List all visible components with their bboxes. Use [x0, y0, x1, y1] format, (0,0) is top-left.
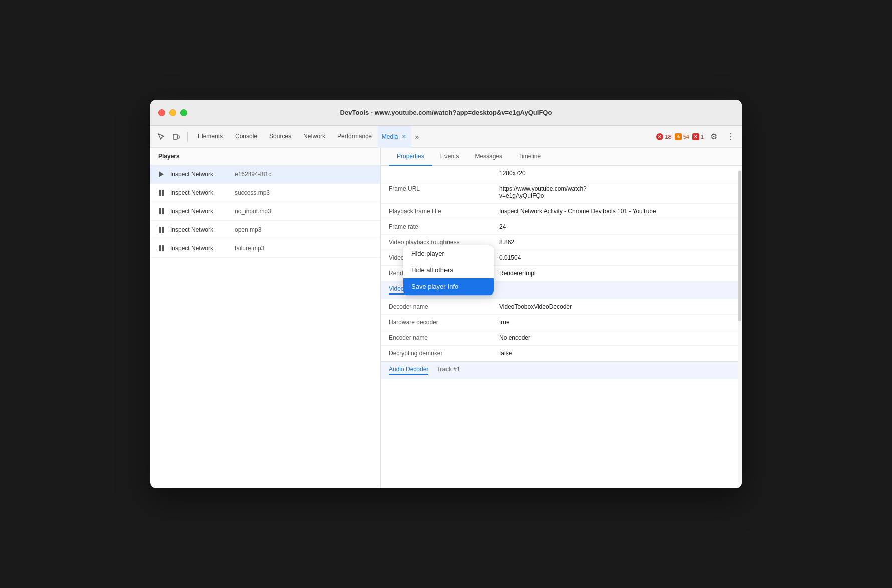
context-menu-hide-player[interactable]: Hide player [403, 245, 494, 262]
player-list: Inspect Network e162ff94-f81c Inspect Ne… [150, 165, 380, 488]
player-name-1: Inspect Network [170, 171, 231, 178]
player-state-icon-2 [156, 188, 166, 198]
player-state-icon-1 [156, 169, 166, 179]
error-icon: ✕ [656, 133, 663, 140]
tab-messages[interactable]: Messages [467, 148, 510, 166]
maximize-button[interactable] [180, 109, 187, 116]
prop-value-frame-rate: 24 [499, 223, 734, 230]
tab-properties[interactable]: Properties [389, 148, 432, 166]
right-panel: Properties Events Messages Timeline 1280 [381, 148, 742, 488]
pause-icon-5 [159, 245, 164, 251]
toolbar-separator-1 [187, 132, 188, 142]
prop-name-encoder-name: Encoder name [389, 334, 499, 341]
sidebar-header: Players [150, 148, 380, 165]
scrollbar-thumb[interactable] [738, 171, 741, 321]
prop-name-frame-rate: Frame rate [389, 223, 499, 230]
scrollbar-track [738, 170, 742, 488]
prop-name-decoder-name: Decoder name [389, 303, 499, 310]
player-id-2: success.mp3 [235, 189, 270, 196]
prop-value-roughness: 8.862 [499, 239, 734, 246]
prop-row-encoder-name: Encoder name No encoder [381, 330, 742, 346]
prop-value-encoder-name: No encoder [499, 334, 734, 341]
prop-value-decrypting: false [499, 350, 734, 357]
prop-value-freezing: 0.01504 [499, 254, 734, 261]
context-menu-save-player-info[interactable]: Save player info [403, 278, 494, 295]
svg-rect-1 [178, 136, 179, 138]
devtools-window: DevTools - www.youtube.com/watch?app=des… [150, 100, 742, 488]
prop-name-decrypting: Decrypting demuxer [389, 350, 499, 357]
player-name-4: Inspect Network [170, 226, 231, 233]
audio-decoder-tabs: Audio Decoder Track #1 [381, 361, 742, 379]
prop-row-decrypting: Decrypting demuxer false [381, 346, 742, 361]
warning-badge[interactable]: ⚠ 54 [675, 133, 689, 140]
prop-value-frame-url: https://www.youtube.com/watch? v=e1gAyQu… [499, 185, 734, 199]
prop-name-playback-title: Playback frame title [389, 208, 499, 215]
prop-row-resolution: 1280x720 [381, 166, 742, 181]
traffic-lights [158, 109, 187, 116]
device-emulation-icon[interactable] [169, 130, 183, 144]
prop-row-hardware-decoder: Hardware decoder true [381, 315, 742, 330]
player-state-icon-4 [156, 225, 166, 235]
title-bar: DevTools - www.youtube.com/watch?app=des… [150, 100, 742, 126]
player-item-3[interactable]: Inspect Network no_input.mp3 [150, 202, 380, 221]
player-id-3: no_input.mp3 [235, 208, 271, 215]
main-content: Players Inspect Network e162ff94-f81c [150, 148, 742, 488]
player-id-1: e162ff94-f81c [235, 171, 271, 178]
pause-icon-3 [159, 208, 164, 214]
info-icon: ✕ [692, 133, 699, 140]
minimize-button[interactable] [169, 109, 176, 116]
tab-elements[interactable]: Elements [192, 126, 229, 148]
svg-rect-0 [173, 134, 177, 139]
player-item-1[interactable]: Inspect Network e162ff94-f81c [150, 165, 380, 184]
player-item-4[interactable]: Inspect Network open.mp3 [150, 221, 380, 239]
audio-decoder-tab[interactable]: Audio Decoder [389, 366, 428, 375]
player-item-2[interactable]: Inspect Network success.mp3 [150, 184, 380, 202]
decoder-properties-section: Decoder name VideoTooboxVideoDecoder Har… [381, 299, 742, 361]
info-badge[interactable]: ✕ 1 [692, 133, 704, 140]
more-options-button[interactable]: ⋮ [724, 130, 738, 144]
prop-name-roughness: Video playback roughness [389, 239, 499, 246]
warn-icon: ⚠ [675, 133, 682, 140]
close-media-tab-button[interactable]: ✕ [400, 133, 407, 140]
toolbar-devtools-icons [154, 130, 183, 144]
tab-console[interactable]: Console [229, 126, 263, 148]
properties-content: 1280x720 Frame URL https://www.youtube.c… [381, 166, 742, 488]
more-tabs-button[interactable]: » [411, 131, 423, 143]
panel-tabs: Properties Events Messages Timeline [381, 148, 742, 166]
tab-events[interactable]: Events [432, 148, 467, 166]
inspect-element-icon[interactable] [154, 130, 168, 144]
sidebar: Players Inspect Network e162ff94-f81c [150, 148, 381, 488]
pause-icon-2 [159, 190, 164, 196]
player-state-icon-5 [156, 243, 166, 253]
tab-performance[interactable]: Performance [331, 126, 378, 148]
player-name-5: Inspect Network [170, 245, 231, 252]
prop-row-frame-rate: Frame rate 24 [381, 219, 742, 235]
toolbar-tabs: Elements Console Sources Network Perform… [192, 126, 654, 148]
context-menu: Hide player Hide all others Save player … [403, 245, 494, 295]
prop-row-playback-title: Playback frame title Inspect Network Act… [381, 204, 742, 219]
player-item-5[interactable]: Inspect Network failure.mp3 [150, 239, 380, 258]
toolbar: Elements Console Sources Network Perform… [150, 126, 742, 148]
context-menu-hide-all-others[interactable]: Hide all others [403, 262, 494, 278]
tab-timeline[interactable]: Timeline [510, 148, 549, 166]
player-id-4: open.mp3 [235, 226, 261, 233]
settings-button[interactable]: ⚙ [707, 130, 721, 144]
prop-value-playback-title: Inspect Network Activity - Chrome DevToo… [499, 208, 734, 215]
prop-name-hardware-decoder: Hardware decoder [389, 319, 499, 326]
prop-row-frame-url: Frame URL https://www.youtube.com/watch?… [381, 181, 742, 204]
tab-sources[interactable]: Sources [263, 126, 297, 148]
player-name-2: Inspect Network [170, 189, 231, 196]
prop-value-renderer: RendererImpl [499, 270, 734, 277]
prop-name-frame-url: Frame URL [389, 185, 499, 192]
prop-value-resolution: 1280x720 [499, 170, 734, 177]
tab-network[interactable]: Network [297, 126, 331, 148]
tab-media[interactable]: Media ✕ [378, 126, 411, 148]
toolbar-right: ✕ 18 ⚠ 54 ✕ 1 ⚙ ⋮ [656, 130, 738, 144]
close-button[interactable] [158, 109, 165, 116]
play-icon [159, 171, 164, 177]
player-state-icon-3 [156, 206, 166, 216]
error-badge[interactable]: ✕ 18 [656, 133, 671, 140]
prop-row-decoder-name: Decoder name VideoTooboxVideoDecoder [381, 299, 742, 315]
prop-value-hardware-decoder: true [499, 319, 734, 326]
audio-track-tab[interactable]: Track #1 [436, 366, 460, 375]
